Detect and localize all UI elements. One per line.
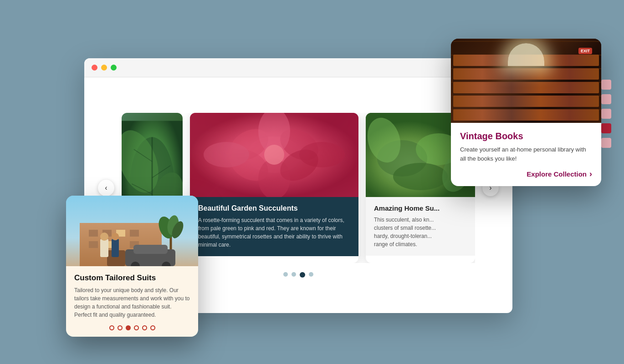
carousel-dot-4[interactable] <box>309 272 313 277</box>
color-square-5[interactable] <box>601 138 611 148</box>
suit-card-description: Tailored to your unique body and style. … <box>74 286 190 319</box>
book-image-area: EXIT <box>451 39 601 123</box>
svg-rect-46 <box>112 239 119 257</box>
suit-image-area <box>66 196 198 266</box>
suit-dot-2[interactable] <box>118 325 123 330</box>
book-row-4 <box>453 96 599 107</box>
suit-card-title: Custom Tailored Suits <box>74 273 190 283</box>
explore-chevron-icon: › <box>589 169 592 179</box>
svg-point-19 <box>264 145 284 165</box>
svg-rect-31 <box>130 230 139 237</box>
suit-dot-3[interactable] <box>126 325 131 330</box>
browser-titlebar <box>84 58 512 77</box>
suit-card: Custom Tailored Suits Tailored to your u… <box>66 196 198 337</box>
succulent-body: Beautiful Garden Succulents A rosette-fo… <box>190 197 358 256</box>
svg-rect-28 <box>89 230 98 237</box>
color-square-2[interactable] <box>601 94 611 104</box>
carousel-dot-1[interactable] <box>283 272 288 277</box>
carousel-dot-3[interactable] <box>300 272 305 278</box>
home-succulent-description: This succulent, also kn...clusters of sm… <box>374 216 467 248</box>
home-succulent-body: Amazing Home Su... This succulent, also … <box>366 197 475 256</box>
suit-dot-5[interactable] <box>142 325 147 330</box>
suit-scene-svg <box>66 196 198 266</box>
right-color-squares <box>601 80 611 148</box>
succulent-title: Beautiful Garden Succulents <box>198 204 350 212</box>
carousel-dots <box>283 272 313 278</box>
svg-rect-44 <box>100 239 108 257</box>
svg-point-17 <box>204 142 249 167</box>
color-square-3[interactable] <box>601 109 611 119</box>
succulent-image <box>190 113 358 197</box>
svg-rect-41 <box>133 245 168 254</box>
carousel-prev-button[interactable]: ‹ <box>98 180 114 196</box>
svg-rect-32 <box>89 241 98 248</box>
suit-card-dots <box>66 325 198 337</box>
svg-point-45 <box>100 233 108 241</box>
color-square-1[interactable] <box>601 80 611 90</box>
book-card-body: Vintage Books Create yourself an at-home… <box>451 123 601 186</box>
explore-collection-link[interactable]: Explore Collection › <box>460 169 592 179</box>
explore-collection-label: Explore Collection <box>527 170 587 178</box>
suit-dot-4[interactable] <box>134 325 139 330</box>
traffic-dot-red[interactable] <box>92 65 97 71</box>
exit-sign: EXIT <box>578 48 592 54</box>
book-row-3 <box>453 82 599 93</box>
flower-svg <box>190 113 358 197</box>
succulent-card: Beautiful Garden Succulents A rosette-fo… <box>190 113 358 263</box>
book-row-5 <box>453 109 599 121</box>
suit-card-body: Custom Tailored Suits Tailored to your u… <box>66 266 198 325</box>
book-row-2 <box>453 68 599 80</box>
carousel-dot-2[interactable] <box>292 272 296 277</box>
traffic-dot-yellow[interactable] <box>101 65 107 71</box>
book-card: EXIT Vintage Books Create yourself an at… <box>451 39 601 186</box>
suit-dot-6[interactable] <box>150 325 155 330</box>
svg-point-18 <box>299 142 345 167</box>
book-card-title: Vintage Books <box>460 131 592 142</box>
traffic-dot-green[interactable] <box>111 65 117 71</box>
svg-point-47 <box>112 233 119 240</box>
book-card-description: Create yourself an at-home personal libr… <box>460 145 592 163</box>
color-square-4-active[interactable] <box>601 123 611 133</box>
home-succulent-title: Amazing Home Su... <box>374 204 467 212</box>
succulent-description: A rosette-forming succulent that comes i… <box>198 216 350 249</box>
svg-point-23 <box>393 163 448 190</box>
suit-dot-1[interactable] <box>109 325 114 330</box>
